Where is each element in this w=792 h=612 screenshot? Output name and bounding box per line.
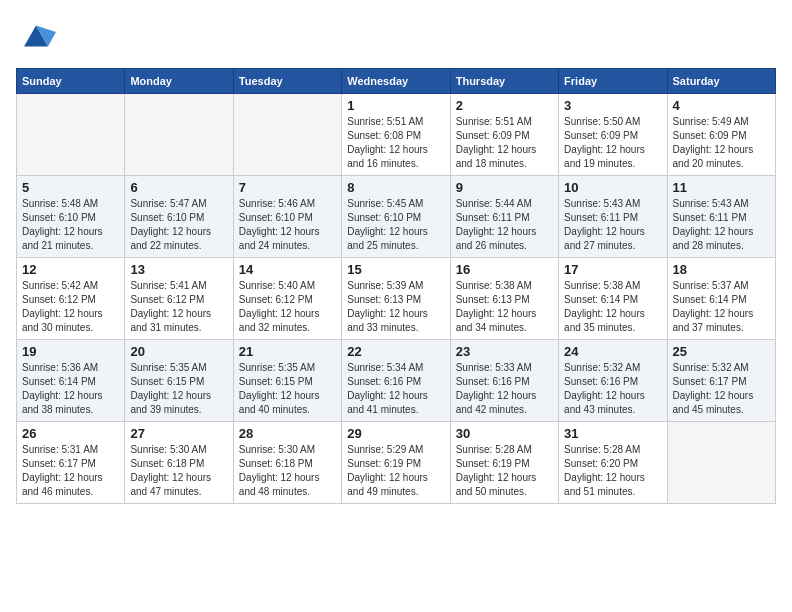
calendar-cell [233, 94, 341, 176]
day-info: Sunrise: 5:51 AMSunset: 6:09 PMDaylight:… [456, 115, 553, 171]
day-info: Sunrise: 5:47 AMSunset: 6:10 PMDaylight:… [130, 197, 227, 253]
day-number: 24 [564, 344, 661, 359]
day-header-wednesday: Wednesday [342, 69, 450, 94]
day-info: Sunrise: 5:32 AMSunset: 6:16 PMDaylight:… [564, 361, 661, 417]
day-header-sunday: Sunday [17, 69, 125, 94]
calendar-cell: 13Sunrise: 5:41 AMSunset: 6:12 PMDayligh… [125, 258, 233, 340]
calendar-cell: 2Sunrise: 5:51 AMSunset: 6:09 PMDaylight… [450, 94, 558, 176]
day-number: 27 [130, 426, 227, 441]
day-info: Sunrise: 5:28 AMSunset: 6:20 PMDaylight:… [564, 443, 661, 499]
calendar-header-row: SundayMondayTuesdayWednesdayThursdayFrid… [17, 69, 776, 94]
calendar-week-3: 12Sunrise: 5:42 AMSunset: 6:12 PMDayligh… [17, 258, 776, 340]
day-number: 7 [239, 180, 336, 195]
calendar-cell: 15Sunrise: 5:39 AMSunset: 6:13 PMDayligh… [342, 258, 450, 340]
calendar-cell: 19Sunrise: 5:36 AMSunset: 6:14 PMDayligh… [17, 340, 125, 422]
day-number: 23 [456, 344, 553, 359]
day-number: 22 [347, 344, 444, 359]
calendar-cell: 23Sunrise: 5:33 AMSunset: 6:16 PMDayligh… [450, 340, 558, 422]
day-number: 8 [347, 180, 444, 195]
day-number: 25 [673, 344, 770, 359]
page-header [16, 16, 776, 56]
calendar-cell: 16Sunrise: 5:38 AMSunset: 6:13 PMDayligh… [450, 258, 558, 340]
day-number: 21 [239, 344, 336, 359]
day-info: Sunrise: 5:38 AMSunset: 6:14 PMDaylight:… [564, 279, 661, 335]
day-header-tuesday: Tuesday [233, 69, 341, 94]
day-header-monday: Monday [125, 69, 233, 94]
day-number: 19 [22, 344, 119, 359]
calendar-cell: 5Sunrise: 5:48 AMSunset: 6:10 PMDaylight… [17, 176, 125, 258]
calendar-table: SundayMondayTuesdayWednesdayThursdayFrid… [16, 68, 776, 504]
day-number: 28 [239, 426, 336, 441]
calendar-cell: 14Sunrise: 5:40 AMSunset: 6:12 PMDayligh… [233, 258, 341, 340]
day-number: 13 [130, 262, 227, 277]
calendar-cell: 11Sunrise: 5:43 AMSunset: 6:11 PMDayligh… [667, 176, 775, 258]
day-number: 3 [564, 98, 661, 113]
day-info: Sunrise: 5:34 AMSunset: 6:16 PMDaylight:… [347, 361, 444, 417]
day-info: Sunrise: 5:41 AMSunset: 6:12 PMDaylight:… [130, 279, 227, 335]
calendar-cell [125, 94, 233, 176]
calendar-cell: 22Sunrise: 5:34 AMSunset: 6:16 PMDayligh… [342, 340, 450, 422]
day-number: 15 [347, 262, 444, 277]
day-number: 2 [456, 98, 553, 113]
day-info: Sunrise: 5:36 AMSunset: 6:14 PMDaylight:… [22, 361, 119, 417]
calendar-cell: 8Sunrise: 5:45 AMSunset: 6:10 PMDaylight… [342, 176, 450, 258]
day-info: Sunrise: 5:51 AMSunset: 6:08 PMDaylight:… [347, 115, 444, 171]
day-number: 16 [456, 262, 553, 277]
day-number: 12 [22, 262, 119, 277]
day-info: Sunrise: 5:42 AMSunset: 6:12 PMDaylight:… [22, 279, 119, 335]
day-info: Sunrise: 5:43 AMSunset: 6:11 PMDaylight:… [564, 197, 661, 253]
calendar-cell: 25Sunrise: 5:32 AMSunset: 6:17 PMDayligh… [667, 340, 775, 422]
day-number: 10 [564, 180, 661, 195]
day-info: Sunrise: 5:44 AMSunset: 6:11 PMDaylight:… [456, 197, 553, 253]
day-info: Sunrise: 5:46 AMSunset: 6:10 PMDaylight:… [239, 197, 336, 253]
day-info: Sunrise: 5:38 AMSunset: 6:13 PMDaylight:… [456, 279, 553, 335]
calendar-cell: 24Sunrise: 5:32 AMSunset: 6:16 PMDayligh… [559, 340, 667, 422]
calendar-cell: 27Sunrise: 5:30 AMSunset: 6:18 PMDayligh… [125, 422, 233, 504]
day-number: 6 [130, 180, 227, 195]
day-number: 17 [564, 262, 661, 277]
day-info: Sunrise: 5:35 AMSunset: 6:15 PMDaylight:… [130, 361, 227, 417]
day-header-friday: Friday [559, 69, 667, 94]
day-info: Sunrise: 5:45 AMSunset: 6:10 PMDaylight:… [347, 197, 444, 253]
calendar-cell: 17Sunrise: 5:38 AMSunset: 6:14 PMDayligh… [559, 258, 667, 340]
day-info: Sunrise: 5:30 AMSunset: 6:18 PMDaylight:… [130, 443, 227, 499]
calendar-cell: 18Sunrise: 5:37 AMSunset: 6:14 PMDayligh… [667, 258, 775, 340]
calendar-week-2: 5Sunrise: 5:48 AMSunset: 6:10 PMDaylight… [17, 176, 776, 258]
calendar-cell: 9Sunrise: 5:44 AMSunset: 6:11 PMDaylight… [450, 176, 558, 258]
calendar-cell: 4Sunrise: 5:49 AMSunset: 6:09 PMDaylight… [667, 94, 775, 176]
calendar-cell [667, 422, 775, 504]
calendar-cell: 20Sunrise: 5:35 AMSunset: 6:15 PMDayligh… [125, 340, 233, 422]
day-info: Sunrise: 5:31 AMSunset: 6:17 PMDaylight:… [22, 443, 119, 499]
calendar-cell: 10Sunrise: 5:43 AMSunset: 6:11 PMDayligh… [559, 176, 667, 258]
day-number: 20 [130, 344, 227, 359]
calendar-cell: 7Sunrise: 5:46 AMSunset: 6:10 PMDaylight… [233, 176, 341, 258]
calendar-cell: 6Sunrise: 5:47 AMSunset: 6:10 PMDaylight… [125, 176, 233, 258]
day-number: 4 [673, 98, 770, 113]
day-number: 26 [22, 426, 119, 441]
day-info: Sunrise: 5:32 AMSunset: 6:17 PMDaylight:… [673, 361, 770, 417]
day-number: 14 [239, 262, 336, 277]
day-number: 18 [673, 262, 770, 277]
calendar-cell: 30Sunrise: 5:28 AMSunset: 6:19 PMDayligh… [450, 422, 558, 504]
calendar-cell: 3Sunrise: 5:50 AMSunset: 6:09 PMDaylight… [559, 94, 667, 176]
day-number: 31 [564, 426, 661, 441]
day-info: Sunrise: 5:35 AMSunset: 6:15 PMDaylight:… [239, 361, 336, 417]
day-info: Sunrise: 5:39 AMSunset: 6:13 PMDaylight:… [347, 279, 444, 335]
calendar-cell: 12Sunrise: 5:42 AMSunset: 6:12 PMDayligh… [17, 258, 125, 340]
day-info: Sunrise: 5:50 AMSunset: 6:09 PMDaylight:… [564, 115, 661, 171]
calendar-cell: 29Sunrise: 5:29 AMSunset: 6:19 PMDayligh… [342, 422, 450, 504]
calendar-week-5: 26Sunrise: 5:31 AMSunset: 6:17 PMDayligh… [17, 422, 776, 504]
calendar-cell: 28Sunrise: 5:30 AMSunset: 6:18 PMDayligh… [233, 422, 341, 504]
logo [16, 16, 60, 56]
day-info: Sunrise: 5:40 AMSunset: 6:12 PMDaylight:… [239, 279, 336, 335]
day-number: 29 [347, 426, 444, 441]
day-info: Sunrise: 5:43 AMSunset: 6:11 PMDaylight:… [673, 197, 770, 253]
day-info: Sunrise: 5:28 AMSunset: 6:19 PMDaylight:… [456, 443, 553, 499]
day-info: Sunrise: 5:33 AMSunset: 6:16 PMDaylight:… [456, 361, 553, 417]
day-number: 30 [456, 426, 553, 441]
day-number: 5 [22, 180, 119, 195]
calendar-cell: 1Sunrise: 5:51 AMSunset: 6:08 PMDaylight… [342, 94, 450, 176]
day-number: 1 [347, 98, 444, 113]
day-info: Sunrise: 5:37 AMSunset: 6:14 PMDaylight:… [673, 279, 770, 335]
day-info: Sunrise: 5:30 AMSunset: 6:18 PMDaylight:… [239, 443, 336, 499]
